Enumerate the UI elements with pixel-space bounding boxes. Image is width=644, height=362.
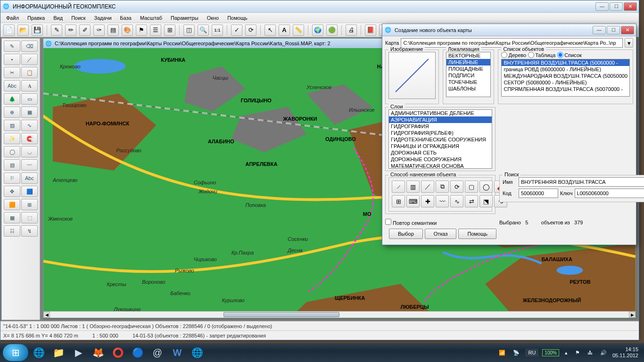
tb-marker1-icon[interactable]: ✎ — [51, 25, 62, 36]
tb-opera-icon[interactable]: ⭕ — [108, 344, 127, 361]
tb-media-icon[interactable]: ▶ — [69, 344, 88, 361]
list-item[interactable]: МЕЖДУНАРОДНАЯ ВОЗДУШН.ТРАССА (50050000 — [502, 73, 629, 79]
tb-flag-icon[interactable]: ⚑ — [136, 25, 147, 36]
key-input[interactable] — [575, 189, 644, 198]
menu-params[interactable]: Параметры — [167, 14, 202, 22]
st-flag-icon[interactable]: ⚐ — [4, 173, 20, 184]
tb-print-icon[interactable]: 🖨 — [346, 25, 357, 36]
tb-mail-icon[interactable]: @ — [148, 344, 167, 361]
list-item[interactable]: АДМИНИСТРАТИВНОЕ ДЕЛЕНИЕ — [389, 110, 492, 116]
help-button[interactable]: Помощь — [458, 229, 496, 239]
list-item[interactable]: ГРАНИЦЫ И ОГРАЖДЕНИЯ — [389, 143, 492, 149]
repeat-semantics-checkbox[interactable] — [385, 219, 391, 225]
menu-search[interactable]: Поиск — [67, 14, 89, 22]
object-type-list[interactable]: ВНУТРЕННЯЯ ВОЗДУШН.ТРАССА (50060000 -гра… — [501, 59, 630, 97]
list-item[interactable]: ГИДРОТЕХНИЧЕСКИЕ СООРУЖЕНИЯ — [389, 136, 492, 143]
st-table-icon[interactable]: ▦ — [21, 107, 38, 118]
scroll-track[interactable] — [50, 312, 629, 318]
st-arc-icon[interactable]: ◡ — [21, 146, 38, 157]
tb-palette-icon[interactable]: 🎨 — [122, 25, 133, 36]
start-button[interactable]: ⊞ — [3, 344, 28, 361]
st-eraser-icon[interactable]: ⌫ — [21, 41, 38, 52]
tb-open-icon[interactable]: 📂 — [17, 25, 29, 36]
maximize-button[interactable]: ☐ — [610, 2, 623, 11]
tb-book-icon[interactable]: 📕 — [365, 25, 376, 36]
st-line-icon[interactable]: ／ — [21, 54, 38, 65]
tb-explorer-icon[interactable]: 📁 — [49, 344, 68, 361]
st-font-icon[interactable]: 𝐀 — [21, 80, 38, 91]
tb-save-icon[interactable]: 💾 — [32, 25, 43, 36]
st-misc3-icon[interactable]: ↯ — [21, 225, 38, 237]
tb-scale11[interactable]: 1:1 — [212, 25, 223, 36]
tray-signal-icon[interactable]: 📶 — [497, 349, 507, 357]
tray-net-icon[interactable]: 🖧 — [586, 349, 594, 356]
tray-battery[interactable]: 100% — [542, 349, 559, 356]
scroll-thumb[interactable] — [223, 312, 339, 317]
menu-edit[interactable]: Правка — [24, 14, 49, 22]
list-item[interactable]: ШАБЛОНЫ — [446, 85, 490, 92]
tb-arrow-icon[interactable]: ↖ — [264, 25, 276, 36]
list-item[interactable]: ВЕКТОРНЫЕ — [446, 52, 490, 59]
tb-grid-icon[interactable]: ⊞ — [164, 25, 175, 36]
menu-tasks[interactable]: Задачи — [91, 14, 116, 22]
st-net-icon[interactable]: ▨ — [4, 120, 20, 131]
m-key-icon[interactable]: ⌨ — [406, 195, 420, 207]
st-sel-icon[interactable]: ▧ — [4, 159, 20, 171]
tray-vol-icon[interactable]: 🔊 — [598, 349, 609, 357]
st-point-icon[interactable]: • — [4, 54, 20, 65]
st-rect-icon[interactable]: ▭ — [21, 93, 38, 105]
list-item[interactable]: СПРЯМЛЕННАЯ ВОЗДУШН.ТРАССА (50070000 - — [502, 86, 629, 92]
st-move-icon[interactable]: ✥ — [4, 186, 20, 197]
choose-button[interactable]: Выбор — [389, 229, 423, 239]
m-grid-icon[interactable]: ⊞ — [392, 195, 405, 207]
tb-marker3-icon[interactable]: ✐ — [79, 25, 91, 36]
list-item[interactable]: ГИДРОГРАФИЯ(РЕЛЬЕФ) — [389, 130, 492, 136]
radio-list[interactable] — [557, 52, 563, 58]
tb-chrome-icon[interactable]: 🔵 — [128, 344, 147, 361]
tb-globe-icon[interactable]: 🌍 — [312, 25, 323, 36]
menu-file[interactable]: Файл — [2, 14, 23, 22]
st-paste-icon[interactable]: 📋 — [21, 67, 38, 78]
st-magnet-icon[interactable]: 🧲 — [21, 133, 38, 144]
m-poly-icon[interactable]: ⟋ — [392, 181, 405, 193]
radio-table[interactable] — [528, 52, 534, 58]
tb-check-icon[interactable]: ✓ — [231, 25, 242, 36]
m-step-icon[interactable]: ⬔ — [479, 195, 493, 207]
m-curve-icon[interactable]: ∿ — [450, 195, 463, 207]
m-sq-icon[interactable]: ▢ — [465, 181, 478, 193]
list-item[interactable]: ТОЧЕЧНЫЕ — [446, 79, 490, 85]
scroll-right-icon[interactable]: ▶ — [629, 312, 636, 318]
st-misc1-icon[interactable]: ⬚ — [21, 212, 38, 223]
st-grid2-icon[interactable]: ▦ — [4, 212, 20, 223]
cancel-button[interactable]: Отказ — [425, 229, 457, 239]
tb-firefox-icon[interactable]: 🦊 — [89, 344, 107, 361]
list-item[interactable]: АЭРОНАВИГАЦИЯ — [389, 116, 492, 123]
st-abc-icon[interactable]: Abc — [21, 173, 38, 184]
minimize-button[interactable]: — — [595, 2, 609, 11]
tray-lang[interactable]: RU — [525, 349, 538, 356]
tb-word-icon[interactable]: W — [168, 344, 187, 361]
m-circ-icon[interactable]: ◯ — [479, 181, 493, 193]
list-item[interactable]: граница РОВД (86000000 - ЛИНЕЙНЫЕ) — [502, 66, 629, 73]
list-item[interactable]: ВНУТРЕННЯЯ ВОЗДУШН.ТРАССА (50060000 - — [502, 59, 629, 66]
dlg-min-button[interactable]: — — [593, 26, 606, 34]
st-edit-icon[interactable]: ✎ — [4, 41, 20, 52]
st-cut-icon[interactable]: ✂ — [4, 67, 20, 78]
tb-zoom-icon[interactable]: 🔍 — [198, 25, 209, 36]
st-tree-icon[interactable]: 🌲 — [4, 93, 20, 105]
tray-clock[interactable]: 14:15 05.11.2012 — [612, 346, 641, 359]
m-copy-icon[interactable]: ⧉ — [436, 181, 449, 193]
m-rot-icon[interactable]: ⟳ — [450, 181, 463, 193]
m-hatch-icon[interactable]: ▥ — [406, 181, 420, 193]
st-label-icon[interactable]: Abc — [4, 80, 20, 91]
st-misc2-icon[interactable]: ☷ — [4, 225, 20, 237]
tray-wifi-icon[interactable]: 📡 — [511, 349, 521, 357]
list-item[interactable]: ПЛОЩАДНЫЕ — [446, 66, 490, 72]
menu-window[interactable]: Окно — [203, 14, 223, 22]
list-item[interactable]: ПОДПИСИ — [446, 72, 490, 79]
tb-new-icon[interactable]: 📄 — [3, 25, 15, 36]
tb-app-icon[interactable]: 🌐 — [188, 344, 206, 361]
list-item[interactable]: ГИДРОГРАФИЯ — [389, 123, 492, 130]
st-color2-icon[interactable]: 🟧 — [4, 199, 20, 210]
list-item[interactable]: МАТЕМАТИЧЕСКАЯ ОСНОВА — [389, 163, 492, 169]
